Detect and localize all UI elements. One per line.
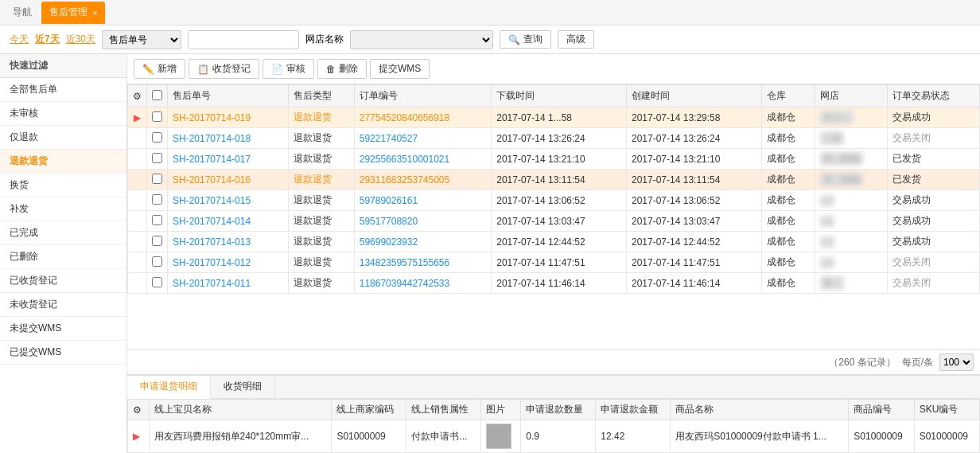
row-id[interactable]: SH-20170714-013: [168, 232, 289, 252]
shop-value: 致...: [820, 276, 844, 290]
tab-refund-detail[interactable]: 申请退货明细: [127, 376, 211, 399]
sidebar-item-refund-only[interactable]: 仅退款: [0, 126, 126, 150]
row-checkbox-cell[interactable]: [147, 128, 168, 149]
table-row[interactable]: SH-20170714-012 退款退货 13482359575155656 2…: [128, 252, 980, 273]
bottom-attr: 付款申请书...: [406, 420, 481, 453]
row-status: 交易成功: [887, 211, 979, 232]
main-layout: 快速过滤 全部售后单 未审核 仅退款 退款退货 换货 补发 已完成 已删除 已收…: [0, 54, 980, 453]
flag-cell: [128, 211, 147, 232]
row-order[interactable]: 27754520840656918: [354, 107, 492, 128]
nav-home[interactable]: 导航: [6, 6, 38, 19]
sidebar-item-deleted[interactable]: 已删除: [0, 245, 126, 269]
content-area: ✏️ 新增 📋 收货登记 📄 审核 🗑 删除 提交WMS: [127, 54, 980, 453]
sidebar-item-not-submitted-wms[interactable]: 未提交WMS: [0, 317, 126, 341]
table-row[interactable]: ▶ SH-20170714-019 退款退货 27754520840656918…: [128, 107, 980, 128]
field-select[interactable]: 售后单号: [102, 30, 181, 49]
nav-tab-after-sales[interactable]: 售后管理 ×: [41, 2, 105, 24]
tab-receive-detail[interactable]: 收货明细: [211, 376, 275, 398]
row-id[interactable]: SH-20170714-015: [168, 190, 289, 211]
row-warehouse: 成都仓: [761, 252, 815, 273]
table-row[interactable]: SH-20170714-016 退款退货 29311683253745005 2…: [128, 170, 980, 190]
row-checkbox-cell[interactable]: [147, 107, 168, 128]
row-id[interactable]: SH-20170714-016: [168, 170, 289, 190]
row-shop: 苏...旗舰: [815, 170, 887, 190]
bottom-code: S01000009: [332, 420, 406, 453]
col-order: 订单编号: [354, 85, 492, 107]
search-icon: 🔍: [508, 34, 520, 45]
table-row[interactable]: SH-20170714-015 退款退货 59789026161 2017-07…: [128, 190, 980, 211]
sidebar-item-refund-return[interactable]: 退款退货: [0, 150, 126, 174]
row-type: 退款退货: [288, 170, 354, 190]
sidebar-item-exchange[interactable]: 换货: [0, 174, 126, 197]
row-id[interactable]: SH-20170714-018: [168, 128, 289, 149]
row-status: 已发货: [887, 170, 979, 190]
col-bottom-settings[interactable]: ⚙: [128, 400, 150, 420]
add-button[interactable]: ✏️ 新增: [134, 59, 185, 79]
row-status: 交易成功: [887, 232, 979, 252]
row-order[interactable]: 59221740527: [354, 128, 492, 149]
shop-select[interactable]: [350, 30, 493, 49]
row-checkbox-cell[interactable]: [147, 211, 168, 232]
table-wrapper[interactable]: ⚙ 售后单号 售后类型 订单编号 下载时间 创建时间 仓库 网店 订单交易状态 …: [127, 84, 980, 350]
table-row[interactable]: SH-20170714-014 退款退货 59517708820 2017-07…: [128, 211, 980, 232]
search-bar: 今天 近7天 近30天 售后单号 网店名称 🔍 查询 高级: [0, 25, 980, 54]
page-size-select[interactable]: 100 50 200: [939, 353, 974, 371]
date-month-link[interactable]: 近30天: [66, 33, 95, 46]
sidebar-item-not-received[interactable]: 未收货登记: [0, 293, 126, 317]
audit-button[interactable]: 📄 审核: [262, 59, 314, 79]
sidebar-item-all[interactable]: 全部售后单: [0, 78, 126, 102]
row-created: 2017-07-14 11:47:51: [626, 252, 761, 273]
advanced-button[interactable]: 高级: [558, 30, 594, 49]
col-checkbox[interactable]: [147, 85, 168, 107]
close-icon[interactable]: ×: [92, 8, 97, 18]
sidebar-item-unreviewed[interactable]: 未审核: [0, 102, 126, 126]
date-week-link[interactable]: 近7天: [35, 33, 60, 46]
row-order[interactable]: 59517708820: [354, 211, 492, 232]
bottom-goods-name: 用友西玛S01000009付款申请书 1...: [671, 420, 849, 453]
col-refund-amount: 申请退款金额: [596, 400, 671, 420]
submit-wms-button[interactable]: 提交WMS: [370, 59, 430, 79]
row-order[interactable]: 13482359575155656: [354, 252, 492, 273]
col-item-name: 线上宝贝名称: [149, 400, 332, 420]
query-button[interactable]: 🔍 查询: [500, 30, 551, 49]
row-checkbox-cell[interactable]: [147, 273, 168, 294]
sidebar-item-resend[interactable]: 补发: [0, 197, 126, 221]
table-row[interactable]: SH-20170714-017 退款退货 29255663510001021 2…: [128, 149, 980, 170]
row-order[interactable]: 29255663510001021: [354, 149, 492, 170]
col-settings[interactable]: ⚙: [128, 85, 147, 107]
sidebar-item-submitted-wms[interactable]: 已提交WMS: [0, 341, 126, 365]
search-input[interactable]: [188, 30, 299, 49]
sidebar-item-received[interactable]: 已收货登记: [0, 269, 126, 293]
row-order[interactable]: 59789026161: [354, 190, 492, 211]
row-download: 2017-07-14 13:11:54: [492, 170, 627, 190]
table-row[interactable]: SH-20170714-013 退款退货 59699023932 2017-07…: [128, 232, 980, 252]
receive-icon: 📋: [197, 64, 209, 75]
row-checkbox-cell[interactable]: [147, 232, 168, 252]
row-id[interactable]: SH-20170714-017: [168, 149, 289, 170]
row-checkbox-cell[interactable]: [147, 190, 168, 211]
table-row[interactable]: SH-20170714-018 退款退货 59221740527 2017-07…: [128, 128, 980, 149]
row-download: 2017-07-14 13:03:47: [492, 211, 627, 232]
receive-button[interactable]: 📋 收货登记: [189, 59, 259, 79]
row-id[interactable]: SH-20170714-019: [168, 107, 289, 128]
row-id[interactable]: SH-20170714-012: [168, 252, 289, 273]
row-checkbox-cell[interactable]: [147, 252, 168, 273]
list-item[interactable]: ▶ 用友西玛费用报销单240*120mm审... S01000009 付款申请书…: [128, 420, 980, 453]
sidebar-item-completed[interactable]: 已完成: [0, 221, 126, 245]
flag-cell: [128, 170, 147, 190]
row-order[interactable]: 11867039442742533: [354, 273, 492, 294]
table-row[interactable]: SH-20170714-011 退款退货 11867039442742533 2…: [128, 273, 980, 294]
table-header-row: ⚙ 售后单号 售后类型 订单编号 下载时间 创建时间 仓库 网店 订单交易状态: [128, 85, 980, 107]
row-created: 2017-07-14 13:11:54: [626, 170, 761, 190]
delete-button[interactable]: 🗑 删除: [317, 59, 367, 79]
row-id[interactable]: SH-20170714-011: [168, 273, 289, 294]
row-checkbox-cell[interactable]: [147, 149, 168, 170]
bottom-goods-code: S01000009: [849, 420, 914, 453]
shop-value: ...: [820, 216, 834, 227]
row-order[interactable]: 59699023932: [354, 232, 492, 252]
date-today-link[interactable]: 今天: [10, 33, 29, 46]
col-sales-attr: 线上销售属性: [406, 400, 481, 420]
row-id[interactable]: SH-20170714-014: [168, 211, 289, 232]
row-order[interactable]: 29311683253745005: [354, 170, 492, 190]
row-checkbox-cell[interactable]: [147, 170, 168, 190]
